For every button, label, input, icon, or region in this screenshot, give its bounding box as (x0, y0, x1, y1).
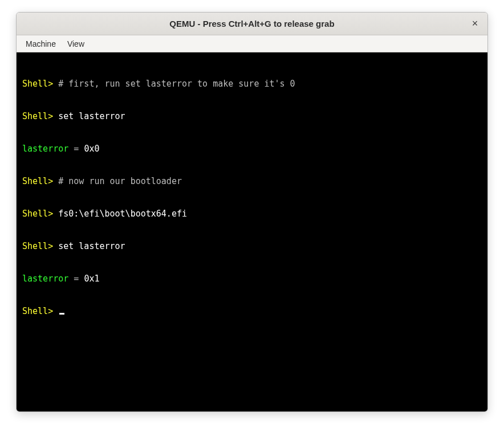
shell-value: 0x0 (84, 144, 99, 154)
shell-var: lasterror (22, 274, 68, 284)
terminal-line: lasterror = 0x0 (22, 144, 482, 154)
shell-equals: = (68, 144, 84, 154)
terminal-line: Shell> set lasterror (22, 241, 482, 252)
menu-machine[interactable]: Machine (20, 37, 62, 51)
titlebar[interactable]: QEMU - Press Ctrl+Alt+G to release grab … (17, 13, 487, 35)
terminal-line: Shell> (22, 306, 482, 317)
shell-comment: # first, run set lasterror to make sure … (58, 79, 295, 89)
shell-prompt: Shell> (22, 209, 58, 219)
shell-prompt: Shell> (22, 79, 58, 89)
terminal-line: Shell> # first, run set lasterror to mak… (22, 79, 482, 89)
shell-equals: = (68, 274, 84, 284)
shell-command: set lasterror (58, 111, 125, 121)
terminal-line: Shell> fs0:\efi\boot\bootx64.efi (22, 209, 482, 219)
qemu-window: QEMU - Press Ctrl+Alt+G to release grab … (16, 12, 488, 412)
menubar: Machine View (17, 35, 487, 52)
terminal-line: Shell> # now run our bootloader (22, 176, 482, 187)
terminal-line: Shell> set lasterror (22, 111, 482, 122)
close-icon[interactable]: × (467, 16, 483, 32)
window-title: QEMU - Press Ctrl+Alt+G to release grab (169, 19, 334, 28)
shell-command: fs0:\efi\boot\bootx64.efi (58, 209, 187, 219)
terminal-viewport[interactable]: Shell> # first, run set lasterror to mak… (17, 52, 487, 411)
terminal-line: lasterror = 0x1 (22, 274, 482, 284)
shell-var: lasterror (22, 144, 68, 154)
menu-view[interactable]: View (62, 37, 90, 51)
cursor-icon (59, 313, 64, 315)
shell-value: 0x1 (84, 274, 99, 284)
shell-command: set lasterror (58, 241, 125, 251)
shell-prompt: Shell> (22, 306, 58, 316)
shell-prompt: Shell> (22, 241, 58, 251)
shell-prompt: Shell> (22, 176, 58, 186)
shell-comment: # now run our bootloader (58, 176, 182, 186)
shell-prompt: Shell> (22, 111, 58, 121)
